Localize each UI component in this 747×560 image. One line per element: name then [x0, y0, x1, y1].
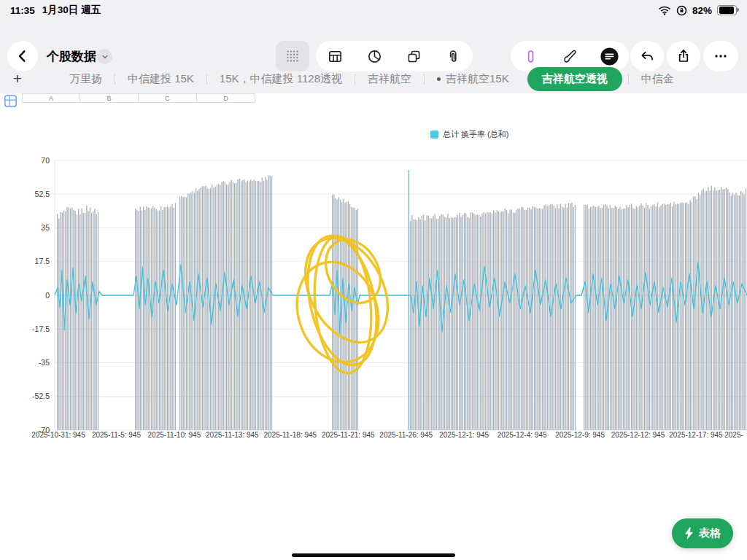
y-tick-label: 17.5 — [35, 257, 50, 265]
y-tick-label: -35 — [39, 358, 50, 367]
home-indicator[interactable] — [292, 553, 455, 558]
x-tick-label: 2025-12-9: 945 — [555, 431, 605, 439]
x-tick-label: 2025-11-10: 945 — [148, 431, 201, 439]
x-tick-label: 2025-12-1: 945 — [439, 431, 489, 439]
legend-label: 总计 换手率 (总和) — [443, 129, 508, 140]
y-tick-label: -17.5 — [32, 324, 50, 333]
legend-swatch — [430, 131, 438, 139]
y-tick-label: 70 — [41, 156, 50, 165]
y-tick-label: 35 — [41, 223, 50, 232]
x-tick-label: 2025-11-5: 945 — [92, 431, 142, 439]
x-tick-label: 2025-11-26: 945 — [379, 431, 433, 439]
x-tick-label: 2025-12-17: 945 — [669, 431, 723, 439]
fab-label: 表格 — [699, 526, 721, 540]
bolt-icon — [684, 527, 694, 540]
x-tick-label: 2025-11-13: 945 — [206, 431, 259, 439]
table-fab-button[interactable]: 表格 — [672, 518, 733, 548]
chart-legend: 总计 换手率 (总和) — [430, 129, 508, 140]
x-tick-label: 2025-11-21: 945 — [322, 431, 375, 439]
x-tick-label: 2025-12-12: 945 — [611, 431, 665, 439]
chart-canvas[interactable]: 7052.53517.50-17.5-35-52.5-702025-10-31:… — [0, 0, 747, 560]
y-tick-label: -52.5 — [32, 392, 50, 400]
y-tick-label: 0 — [45, 291, 50, 300]
x-tick-label: 2025- — [724, 431, 743, 439]
x-tick-label: 2025-12-4: 945 — [498, 431, 547, 439]
x-tick-label: 2025-10-31: 945 — [31, 431, 85, 439]
y-tick-label: 52.5 — [35, 190, 50, 198]
x-tick-label: 2025-11-18: 945 — [263, 431, 317, 439]
